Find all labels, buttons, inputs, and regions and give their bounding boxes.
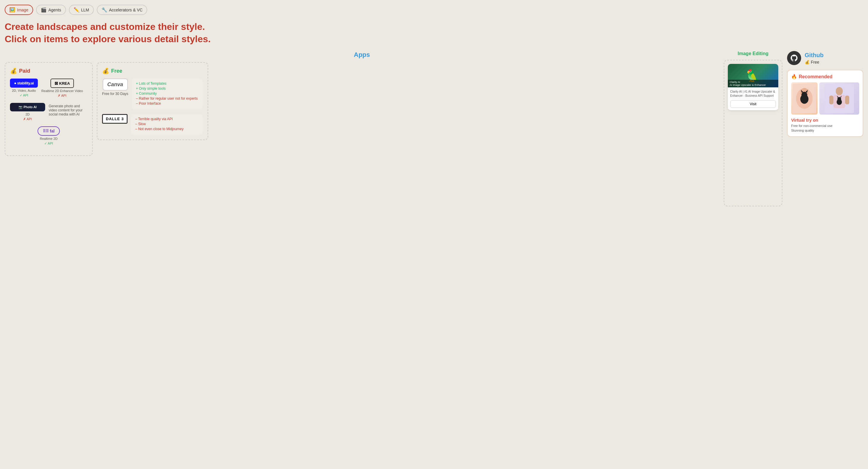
krea-logo: ⊠ KREA — [51, 79, 74, 88]
canva-pros-cons: + Lots of Templates + Only simple tools … — [132, 79, 203, 110]
github-icon[interactable] — [787, 51, 801, 65]
github-info: Github 💰 Free — [805, 52, 824, 64]
nav-agents-label: Agents — [49, 8, 61, 12]
canva-con-1: – Rather for regular user not for expert… — [136, 96, 199, 100]
canva-pros-cons-list: + Lots of Templates + Only simple tools … — [136, 82, 199, 105]
apps-title: Apps — [5, 51, 719, 59]
photo-ai-row: 📷 Photo AI 2D ✗ API Generate photo and v… — [10, 103, 87, 121]
github-free-badge: 💰 Free — [805, 60, 824, 64]
clarity-image: 🦜 Clarity AI AI Image Upscaler & Enhance… — [728, 64, 778, 87]
fal-grid-icon: ⠿⠿ — [43, 129, 49, 133]
hero-text: Create landscapes and customize their st… — [5, 21, 863, 45]
github-title: Github — [805, 52, 824, 59]
fal-logo: ⠿⠿ fal — [37, 126, 60, 136]
stability-tool[interactable]: ● stability.ai 2D, Video, Audio ✓ API — [10, 79, 38, 97]
clarity-overlay: Clarity AI AI Image Upscaler & Enhancer — [728, 80, 778, 87]
canva-name: Canva — [107, 82, 123, 87]
dalle-con-3: – Not even close to Midjourney — [135, 127, 199, 131]
nav-llm-label: LLM — [81, 8, 89, 12]
photo-ai-tool[interactable]: 📷 Photo AI 2D ✗ API — [10, 103, 45, 121]
recommended-images — [791, 82, 859, 115]
rec-image-left — [791, 82, 817, 115]
svg-point-8 — [836, 87, 843, 95]
krea-k-icon: ⊠ — [55, 81, 58, 86]
fal-tool[interactable]: ⠿⠿ fal Realtime 2D ✓ API — [10, 126, 87, 146]
nav-agents-button[interactable]: 🎬 Agents — [36, 5, 66, 15]
canva-con-2: – Poor Interface — [136, 101, 199, 105]
virtual-try-desc-line1: Free for non-commercial use — [791, 124, 859, 128]
paid-header-label: Paid — [19, 68, 30, 74]
clarity-visit-button[interactable]: Visit — [730, 100, 776, 108]
agents-icon: 🎬 — [41, 7, 46, 12]
free-column: 💰 Free Canva Free for 30 Days + Lots of … — [97, 62, 208, 140]
stability-krea-row: ● stability.ai 2D, Video, Audio ✓ API ⊠ … — [10, 79, 87, 98]
dalle-logo: DALLE 3 — [102, 114, 128, 124]
canva-logo-area: Canva Free for 30 Days — [102, 79, 128, 98]
photo-ai-api: ✗ API — [23, 117, 32, 121]
svg-point-11 — [837, 97, 841, 101]
nav-image-label: Image — [17, 8, 28, 12]
photo-ai-dim: 2D — [26, 113, 30, 116]
github-free-icon: 💰 — [805, 60, 810, 64]
photo-ai-desc: Generate photo and video content for you… — [49, 103, 87, 116]
clarity-subtitle: AI Image Upscaler & Enhancer — [730, 84, 776, 87]
free-header: 💰 Free — [102, 67, 203, 74]
fal-tags: Realtime 2D — [40, 137, 58, 140]
canva-tool[interactable]: Canva Free for 30 Days + Lots of Templat… — [102, 79, 203, 110]
photo-ai-logo: 📷 Photo AI — [10, 103, 45, 112]
free-money-icon: 💰 — [102, 67, 110, 74]
clarity-card[interactable]: 🦜 Clarity AI AI Image Upscaler & Enhance… — [728, 64, 778, 110]
rec-image-right — [819, 82, 859, 115]
krea-name: KREA — [59, 81, 70, 86]
stability-logo: ● stability.ai — [10, 79, 38, 88]
svg-rect-14 — [829, 96, 833, 104]
hero-line2: Click on items to explore various detail… — [5, 33, 863, 45]
apps-columns: 💰 Paid ● stability.ai 2D, Video, Audio ✓… — [5, 62, 719, 156]
sidebar: Github 💰 Free 🔥 Recommended — [787, 51, 863, 137]
dalle-con-2: – Slow — [135, 122, 199, 126]
accelerators-icon: 🔧 — [101, 7, 107, 12]
nav-accelerators-label: Accelerators & VC — [109, 8, 143, 12]
krea-tool[interactable]: ⊠ KREA Realtime 2D Enhancer Video ✗ API — [41, 79, 83, 98]
dalle-cons-list: – Terrible quality via API – Slow – Not … — [135, 117, 199, 131]
virtual-try-on-title: Virtual try on — [791, 118, 859, 123]
canva-logo: Canva — [103, 79, 128, 91]
recommended-header: 🔥 Recommended — [791, 74, 859, 80]
recommended-card[interactable]: 🔥 Recommended — [787, 70, 863, 137]
fire-icon: 🔥 — [791, 74, 797, 80]
apps-section: Apps 💰 Paid ● stability.ai 2D, Video, Au… — [5, 51, 719, 156]
paid-header: 💰 Paid — [10, 67, 87, 74]
github-section: Github 💰 Free — [787, 51, 863, 65]
paid-money-icon: 💰 — [10, 67, 17, 74]
nav-llm-button[interactable]: ✏️ LLM — [69, 5, 94, 15]
canva-free-label: Free for 30 Days — [102, 92, 128, 96]
virtual-try-desc-line2: Stunning quality — [791, 128, 859, 133]
clarity-description: Clarity AI | #1 AI Image Upscaler & Enha… — [730, 90, 776, 98]
dalle-con-1: – Terrible quality via API — [135, 117, 199, 121]
photo-ai-name: Photo AI — [24, 105, 37, 109]
stability-api: ✓ API — [20, 94, 28, 97]
nav-image-button[interactable]: 🖼️ Image — [5, 5, 33, 15]
krea-tags: Realtime 2D Enhancer Video — [41, 89, 83, 93]
nav-accelerators-button[interactable]: 🔧 Accelerators & VC — [97, 5, 147, 15]
person-image-svg — [825, 84, 854, 113]
dalle-cons-card: – Terrible quality via API – Slow – Not … — [131, 114, 203, 135]
hero-line1: Create landscapes and customize their st… — [5, 21, 863, 33]
fal-api: ✓ API — [44, 142, 53, 146]
recommended-header-label: Recommended — [799, 74, 833, 80]
svg-rect-15 — [845, 96, 849, 104]
krea-api: ✗ API — [58, 94, 66, 98]
fal-name: fal — [50, 129, 55, 133]
stability-icon: ● — [14, 81, 16, 85]
image-editing-column: 🦜 Clarity AI AI Image Upscaler & Enhance… — [724, 60, 782, 206]
image-editing-title: Image Editing — [724, 51, 782, 56]
image-editing-section: Image Editing 🦜 Clarity AI AI Image Upsc… — [724, 51, 782, 206]
dalle-tool[interactable]: DALLE 3 – Terrible quality via API – Slo… — [102, 114, 203, 135]
paid-column: 💰 Paid ● stability.ai 2D, Video, Audio ✓… — [5, 62, 93, 156]
sweater-image-svg — [793, 84, 816, 113]
image-icon: 🖼️ — [9, 7, 15, 12]
github-free-label: Free — [811, 60, 819, 64]
fal-logo-area: ⠿⠿ fal Realtime 2D ✓ API — [10, 126, 87, 146]
top-navigation: 🖼️ Image 🎬 Agents ✏️ LLM 🔧 Accelerators … — [5, 5, 863, 15]
free-header-label: Free — [111, 68, 122, 74]
